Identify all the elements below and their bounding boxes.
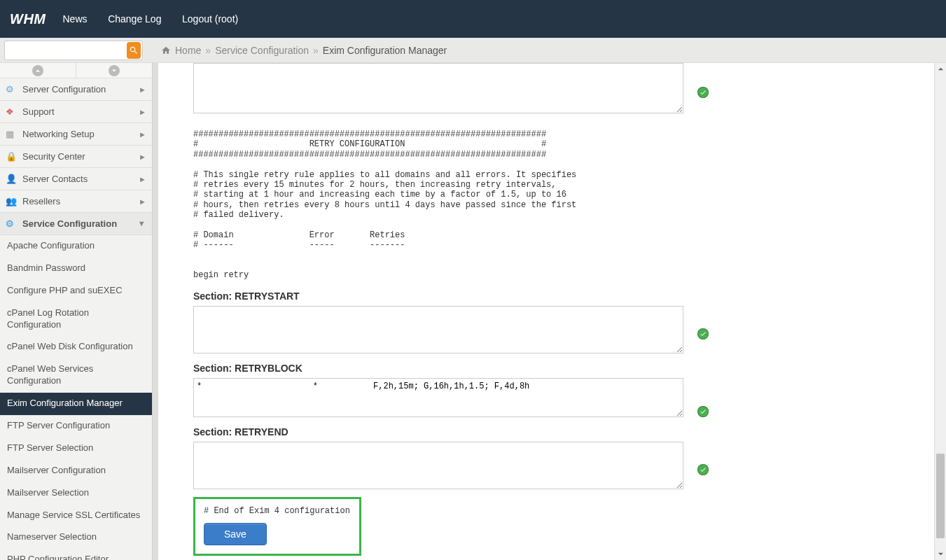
category-label: Service Configuration	[22, 218, 117, 229]
retrystart-textarea[interactable]	[193, 306, 683, 354]
section-label-retrystart: Section: RETRYSTART	[193, 290, 926, 302]
category-icon: 🔒	[6, 151, 17, 162]
sidebar-item[interactable]: Mailserver Selection	[0, 482, 152, 505]
config-textarea-pre[interactable]	[193, 63, 683, 113]
sidebar-item[interactable]: Exim Configuration Manager	[0, 393, 152, 415]
search-button[interactable]	[127, 42, 141, 59]
status-ok-icon	[697, 87, 709, 98]
section-label-retryblock: Section: RETRYBLOCK	[193, 363, 926, 374]
category-label: Networking Setup	[22, 129, 95, 139]
retry-config-comment-block: ########################################…	[193, 130, 926, 281]
sub-bar: Home » Service Configuration » Exim Conf…	[0, 38, 946, 63]
sidebar-category[interactable]: ⚙Server Configuration►	[0, 78, 152, 101]
sidebar-collapse-up[interactable]	[0, 63, 76, 78]
sidebar-expand-collapse	[0, 63, 152, 78]
breadcrumb-sep: »	[205, 45, 211, 56]
save-button[interactable]: Save	[204, 523, 267, 545]
sidebar-item[interactable]: Nameserver Selection	[0, 526, 152, 549]
expand-arrow-icon: ►	[139, 108, 146, 116]
sidebar-category[interactable]: ▦Networking Setup►	[0, 123, 152, 146]
sidebar-item[interactable]: cPanel Web Disk Configuration	[0, 336, 152, 358]
category-label: Security Center	[22, 151, 85, 162]
chevron-down-icon	[938, 551, 944, 557]
breadcrumb-current: Exim Configuration Manager	[323, 45, 447, 56]
chevron-up-icon	[938, 66, 944, 72]
sidebar-category[interactable]: 👤Server Contacts►	[0, 168, 152, 190]
scroll-up-arrow[interactable]	[935, 63, 946, 75]
breadcrumb-sep: »	[313, 45, 319, 56]
top-bar: WHM News Change Log Logout (root)	[0, 0, 946, 38]
sidebar-item[interactable]: PHP Configuration Editor	[0, 549, 152, 560]
search-icon	[129, 46, 139, 55]
breadcrumb-service-config[interactable]: Service Configuration	[215, 45, 309, 56]
sidebar-item[interactable]: Apache Configuration	[0, 235, 152, 258]
category-icon: ▦	[6, 129, 17, 140]
category-icon: 👥	[6, 196, 17, 207]
category-label: Server Configuration	[22, 84, 106, 94]
expand-arrow-icon: ►	[139, 85, 146, 94]
sidebar-category[interactable]: 👥Resellers►	[0, 190, 152, 213]
category-icon: ⚙	[6, 84, 17, 95]
search-box	[4, 41, 143, 60]
category-label: Server Contacts	[22, 174, 88, 184]
sidebar-item[interactable]: Configure PHP and suEXEC	[0, 280, 152, 302]
category-icon: 👤	[6, 174, 17, 185]
content-scrollbar[interactable]	[934, 63, 946, 560]
save-highlight-box: # End of Exim 4 configuration Save	[193, 497, 361, 556]
sidebar-item[interactable]: Bandmin Password	[0, 258, 152, 280]
nav-logout[interactable]: Logout (root)	[182, 13, 238, 24]
category-label: Resellers	[22, 196, 60, 206]
breadcrumb: Home » Service Configuration » Exim Conf…	[161, 45, 447, 56]
sidebar-category[interactable]: ❖Support►	[0, 101, 152, 123]
expand-arrow-icon: ►	[139, 130, 146, 139]
whm-logo: WHM	[10, 11, 46, 27]
sidebar-scroll-gutter[interactable]	[153, 63, 158, 560]
sidebar-item[interactable]: Mailserver Configuration	[0, 460, 152, 482]
expand-arrow-icon: ►	[139, 197, 146, 206]
sidebar-item[interactable]: Manage Service SSL Certificates	[0, 505, 152, 527]
home-icon	[161, 46, 171, 55]
status-ok-icon	[697, 464, 709, 475]
sidebar-category[interactable]: 🔒Security Center►	[0, 146, 152, 168]
status-ok-icon	[697, 406, 709, 417]
expand-arrow-icon: ►	[139, 175, 146, 183]
scroll-down-arrow[interactable]	[935, 548, 946, 560]
sidebar-item[interactable]: FTP Server Configuration	[0, 415, 152, 438]
nav-news[interactable]: News	[62, 13, 87, 24]
sidebar-category[interactable]: ⚙Service Configuration►	[0, 213, 152, 235]
expand-arrow-icon: ►	[139, 153, 146, 161]
category-icon: ❖	[6, 106, 17, 118]
breadcrumb-home[interactable]: Home	[175, 45, 201, 56]
chevron-up-icon	[35, 68, 41, 74]
sidebar-item[interactable]: cPanel Log Rotation Configuration	[0, 302, 152, 337]
retryblock-textarea[interactable]	[193, 378, 683, 417]
expand-arrow-icon: ►	[139, 220, 147, 227]
sidebar-item[interactable]: FTP Server Selection	[0, 438, 152, 460]
search-input[interactable]	[9, 45, 127, 55]
nav-change-log[interactable]: Change Log	[108, 13, 161, 24]
sidebar-expand-down[interactable]	[76, 63, 152, 78]
top-nav: News Change Log Logout (root)	[62, 13, 256, 24]
section-label-retryend: Section: RETRYEND	[193, 426, 926, 438]
chevron-down-icon	[111, 68, 117, 74]
status-ok-icon	[697, 328, 709, 340]
sidebar: ⚙Server Configuration►❖Support►▦Networki…	[0, 63, 153, 560]
category-icon: ⚙	[6, 218, 17, 230]
end-of-config-comment: # End of Exim 4 configuration	[204, 506, 351, 516]
content-area: ########################################…	[158, 63, 946, 560]
sidebar-list: ⚙Server Configuration►❖Support►▦Networki…	[0, 78, 152, 560]
retryend-textarea[interactable]	[193, 442, 683, 489]
category-label: Support	[22, 106, 55, 117]
sidebar-item[interactable]: cPanel Web Services Configuration	[0, 358, 152, 393]
